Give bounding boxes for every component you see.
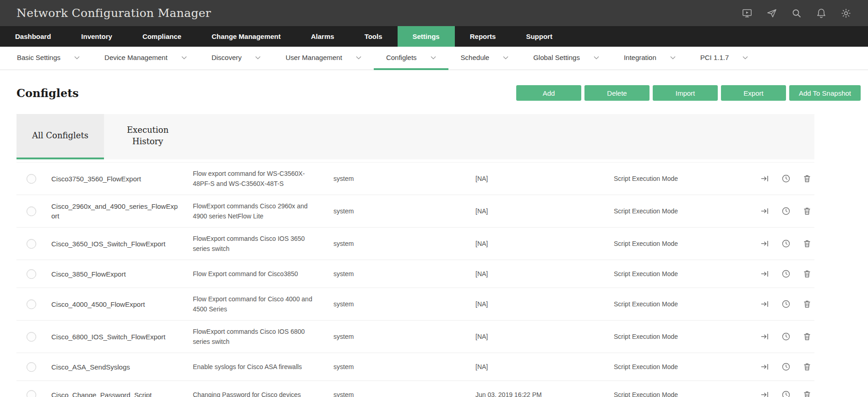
- screen-demo-icon[interactable]: [742, 8, 753, 19]
- row-radio[interactable]: [27, 174, 36, 184]
- subnav-global-settings[interactable]: Global Settings: [521, 47, 611, 70]
- gear-icon[interactable]: [841, 8, 852, 19]
- add-button[interactable]: Add: [516, 85, 581, 101]
- configlet-name[interactable]: Cisco_3850_FlowExport: [51, 269, 193, 279]
- configlet-description: Flow Export command for Cisco 4000 and 4…: [193, 294, 333, 314]
- history-clock-icon[interactable]: [781, 269, 791, 278]
- execute-icon[interactable]: [760, 362, 770, 371]
- delete-trash-icon[interactable]: [802, 207, 812, 216]
- configlet-mode: Script Execution Mode: [614, 363, 756, 370]
- configlet-mode: Script Execution Mode: [614, 391, 756, 397]
- table-row: Cisco_2960x_and_4900_series_FlowExport F…: [16, 195, 814, 228]
- row-radio[interactable]: [27, 269, 36, 279]
- paper-plane-icon[interactable]: [766, 8, 777, 19]
- configlet-name[interactable]: Cisco3750_3560_FlowExport: [51, 174, 193, 184]
- execute-icon[interactable]: [760, 390, 770, 397]
- history-clock-icon[interactable]: [781, 174, 791, 183]
- subnav-pci[interactable]: PCI 1.1.7: [688, 47, 761, 70]
- delete-trash-icon[interactable]: [802, 174, 812, 183]
- subnav-discovery[interactable]: Discovery: [199, 47, 273, 70]
- configlet-owner: system: [333, 207, 475, 215]
- configlet-mode: Script Execution Mode: [614, 333, 756, 340]
- nav-inventory[interactable]: Inventory: [66, 26, 127, 47]
- nav-change-management[interactable]: Change Management: [197, 26, 296, 47]
- configlet-description: FlowExport commands Cisco 2960x and 4900…: [193, 201, 333, 221]
- topbar-icons: [742, 8, 852, 19]
- row-radio[interactable]: [27, 332, 36, 342]
- nav-compliance[interactable]: Compliance: [127, 26, 197, 47]
- subnav-label: User Management: [285, 54, 342, 61]
- delete-trash-icon[interactable]: [802, 299, 812, 309]
- add-to-snapshot-button[interactable]: Add To Snapshot: [789, 85, 861, 101]
- delete-button[interactable]: Delete: [584, 85, 650, 101]
- configlet-name[interactable]: Cisco_4000_4500_FlowExport: [51, 299, 193, 309]
- configlet-executed-at: [NA]: [475, 333, 614, 340]
- nav-reports[interactable]: Reports: [455, 26, 511, 47]
- execute-icon[interactable]: [760, 269, 770, 278]
- configlet-owner: system: [333, 300, 475, 308]
- subnav-basic-settings[interactable]: Basic Settings: [5, 47, 92, 70]
- import-button[interactable]: Import: [653, 85, 718, 101]
- row-radio[interactable]: [27, 207, 36, 216]
- execute-icon[interactable]: [760, 207, 770, 216]
- configlet-name[interactable]: Cisco_2960x_and_4900_series_FlowExport: [51, 201, 193, 221]
- row-actions: [756, 390, 814, 397]
- delete-trash-icon[interactable]: [802, 239, 812, 248]
- row-actions: [756, 269, 814, 278]
- configlet-name[interactable]: Cisco_ASA_SendSyslogs: [51, 362, 193, 372]
- page-title: Configlets: [16, 87, 79, 100]
- subnav-device-management[interactable]: Device Management: [92, 47, 199, 70]
- history-clock-icon[interactable]: [781, 207, 791, 216]
- row-radio[interactable]: [27, 299, 36, 309]
- export-button[interactable]: Export: [721, 85, 786, 101]
- chevron-down-icon: [594, 56, 599, 60]
- tab-execution-history[interactable]: Execution History: [104, 114, 191, 159]
- configlet-executed-at: [NA]: [475, 175, 614, 182]
- delete-trash-icon[interactable]: [802, 362, 812, 371]
- history-clock-icon[interactable]: [781, 390, 791, 397]
- row-radio[interactable]: [27, 390, 36, 397]
- execute-icon[interactable]: [760, 239, 770, 248]
- row-actions: [756, 332, 814, 341]
- row-radio[interactable]: [27, 362, 36, 372]
- configlet-name[interactable]: Cisco_3650_IOS_Switch_FlowExport: [51, 239, 193, 249]
- subnav-user-management[interactable]: User Management: [273, 47, 373, 70]
- nav-support[interactable]: Support: [511, 26, 568, 47]
- nav-alarms[interactable]: Alarms: [296, 26, 349, 47]
- nav-dashboard[interactable]: Dashboard: [0, 26, 66, 47]
- nav-tools[interactable]: Tools: [349, 26, 398, 47]
- execute-icon[interactable]: [760, 332, 770, 341]
- table-row: Cisco_3650_IOS_Switch_FlowExport FlowExp…: [16, 228, 814, 260]
- history-clock-icon[interactable]: [781, 299, 791, 309]
- page-header: Configlets Add Delete Import Export Add …: [16, 84, 861, 102]
- history-clock-icon[interactable]: [781, 239, 791, 248]
- subnav-label: Device Management: [104, 54, 168, 61]
- row-radio[interactable]: [27, 239, 36, 249]
- configlet-name[interactable]: Cisco_Change_Password_Script: [51, 390, 193, 397]
- configlet-executed-at: Jun 03, 2019 16:22 PM: [475, 391, 614, 397]
- subnav-label: Configlets: [386, 54, 417, 61]
- history-clock-icon[interactable]: [781, 332, 791, 341]
- delete-trash-icon[interactable]: [802, 332, 812, 341]
- chevron-down-icon: [503, 56, 508, 60]
- row-actions: [756, 239, 814, 248]
- delete-trash-icon[interactable]: [802, 269, 812, 278]
- bell-icon[interactable]: [816, 8, 827, 19]
- delete-trash-icon[interactable]: [802, 390, 812, 397]
- chevron-down-icon: [356, 56, 361, 60]
- configlets-table: Cisco3750_3560_FlowExport Flow export co…: [16, 162, 814, 397]
- execute-icon[interactable]: [760, 299, 770, 309]
- tab-all-configlets[interactable]: All Configlets: [16, 114, 104, 159]
- configlet-name[interactable]: Cisco_6800_IOS_Switch_FlowExport: [51, 332, 193, 342]
- search-icon[interactable]: [791, 8, 802, 19]
- configlet-mode: Script Execution Mode: [614, 240, 756, 247]
- execute-icon[interactable]: [760, 174, 770, 183]
- subnav-integration[interactable]: Integration: [611, 47, 688, 70]
- subnav-configlets[interactable]: Configlets: [374, 47, 448, 70]
- history-clock-icon[interactable]: [781, 362, 791, 371]
- subnav-schedule[interactable]: Schedule: [448, 47, 521, 70]
- configlet-executed-at: [NA]: [475, 240, 614, 247]
- nav-settings[interactable]: Settings: [398, 26, 455, 47]
- row-actions: [756, 299, 814, 309]
- configlet-owner: system: [333, 175, 475, 182]
